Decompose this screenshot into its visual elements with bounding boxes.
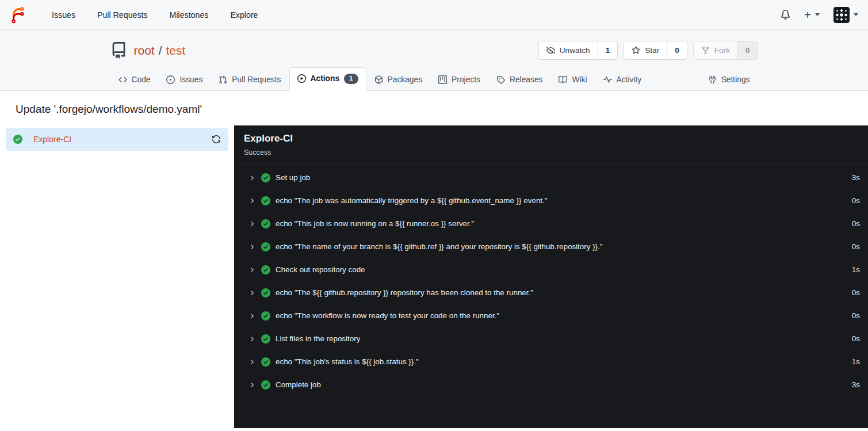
step-duration: 0s (845, 196, 860, 205)
job-status-text: Success (244, 148, 858, 157)
repo-owner-link[interactable]: root (134, 44, 155, 58)
tab-projects[interactable]: Projects (430, 69, 488, 91)
jobs-sidebar: Explore-CI (0, 125, 234, 428)
star-count[interactable]: 0 (667, 41, 687, 59)
tab-pull-requests-label: Pull Requests (232, 75, 281, 84)
tab-actions[interactable]: Actions 1 (289, 67, 366, 91)
step-row[interactable]: echo "The job was automatically triggere… (234, 189, 868, 212)
step-duration: 0s (845, 219, 860, 228)
step-row[interactable]: List files in the repository 0s (234, 327, 868, 350)
tab-wiki-label: Wiki (572, 75, 587, 84)
notifications-bell-icon[interactable] (781, 10, 790, 20)
chevron-right-icon[interactable] (248, 220, 255, 227)
job-item-explore-ci[interactable]: Explore-CI (6, 128, 228, 151)
step-duration: 1s (845, 265, 860, 274)
chevron-right-icon[interactable] (248, 358, 255, 365)
step-row[interactable]: echo "This job's status is ${{ job.statu… (234, 350, 868, 373)
fork-icon (701, 46, 710, 55)
tab-settings[interactable]: Settings (700, 69, 758, 91)
tab-issues-label: Issues (179, 75, 202, 84)
check-circle-icon (261, 288, 270, 297)
check-circle-icon (261, 380, 270, 390)
nav-link-milestones[interactable]: Milestones (159, 0, 220, 29)
step-row[interactable]: Set up job 3s (234, 166, 868, 189)
eye-slash-icon (546, 46, 555, 55)
run-title: Update '.forgejo/workflows/demo.yaml' (0, 91, 868, 125)
repo-separator: / (159, 44, 162, 58)
fork-label: Fork (714, 46, 730, 55)
actions-count-badge: 1 (344, 74, 358, 84)
chevron-right-icon[interactable] (248, 312, 255, 319)
chevron-right-icon[interactable] (248, 289, 255, 296)
chevron-right-icon[interactable] (248, 266, 255, 273)
nav-link-issues[interactable]: Issues (41, 0, 86, 29)
chevron-right-icon[interactable] (248, 243, 255, 250)
user-menu[interactable] (833, 7, 858, 23)
step-duration: 3s (845, 173, 860, 182)
run-main: Explore-CI Explore-CI Success Set up job… (0, 125, 868, 428)
step-name: echo "The job was automatically triggere… (276, 196, 548, 205)
check-circle-icon (13, 135, 22, 144)
tab-releases[interactable]: Releases (488, 69, 551, 91)
job-panel-header: Explore-CI Success (234, 125, 868, 163)
tab-issues[interactable]: Issues (158, 69, 211, 91)
step-name: Complete job (276, 380, 321, 389)
step-duration: 0s (845, 288, 860, 297)
unwatch-button[interactable]: Unwatch 1 (538, 41, 618, 60)
create-new-menu[interactable]: + (804, 9, 820, 21)
chevron-right-icon[interactable] (248, 197, 255, 204)
fork-button: Fork 0 (693, 41, 758, 60)
tab-wiki[interactable]: Wiki (550, 69, 595, 91)
forgejo-logo-icon[interactable] (10, 6, 26, 24)
watch-count[interactable]: 1 (598, 41, 618, 59)
tab-pull-requests[interactable]: Pull Requests (211, 69, 289, 91)
repo-tabs: Code Issues Pull Requests Actions 1 Pack… (110, 67, 758, 90)
star-label: Star (645, 46, 659, 55)
job-log-panel: Explore-CI Success Set up job 3s echo "T… (234, 125, 868, 428)
check-circle-icon (261, 173, 270, 182)
repo-name-link[interactable]: test (166, 44, 186, 58)
tab-packages[interactable]: Packages (366, 69, 431, 91)
avatar (833, 7, 850, 23)
step-duration: 0s (845, 334, 860, 343)
unwatch-label: Unwatch (560, 46, 590, 55)
step-duration: 3s (845, 380, 860, 389)
chevron-right-icon[interactable] (248, 382, 255, 388)
rerun-sync-icon[interactable] (212, 135, 221, 144)
step-name: echo "The name of your branch is ${{ git… (276, 242, 603, 251)
top-navbar: Issues Pull Requests Milestones Explore … (0, 0, 868, 30)
step-row[interactable]: Check out repository code 1s (234, 258, 868, 281)
plus-icon: + (804, 9, 811, 21)
step-name: Set up job (276, 173, 310, 182)
tab-activity[interactable]: Activity (595, 69, 650, 91)
chevron-right-icon[interactable] (248, 174, 255, 181)
chevron-right-icon[interactable] (248, 335, 255, 342)
chevron-down-icon (854, 13, 858, 16)
check-circle-icon (261, 219, 270, 228)
step-row[interactable]: echo "The name of your branch is ${{ git… (234, 235, 868, 258)
nav-link-explore[interactable]: Explore (219, 0, 269, 29)
chevron-down-icon (815, 13, 820, 16)
repo-book-icon (110, 42, 127, 59)
step-name: echo "This job's status is ${{ job.statu… (276, 357, 419, 366)
repo-breadcrumb: root / test (134, 44, 186, 58)
tab-code[interactable]: Code (110, 69, 159, 91)
job-name: Explore-CI (33, 135, 71, 144)
star-button[interactable]: Star 0 (624, 41, 687, 60)
step-name: Check out repository code (276, 265, 365, 274)
step-row[interactable]: echo "The ${{ github.repository }} repos… (234, 281, 868, 304)
tab-settings-label: Settings (721, 75, 750, 84)
check-circle-icon (261, 334, 270, 344)
step-name: echo "The ${{ github.repository }} repos… (276, 288, 533, 297)
tab-releases-label: Releases (510, 75, 543, 84)
steps-list: Set up job 3s echo "The job was automati… (234, 163, 868, 396)
fork-count: 0 (737, 41, 758, 59)
step-row[interactable]: Complete job 3s (234, 373, 868, 396)
tab-code-label: Code (132, 75, 151, 84)
nav-link-pull-requests[interactable]: Pull Requests (86, 0, 159, 29)
check-circle-icon (261, 357, 270, 367)
step-row[interactable]: echo "This job is now running on a ${{ r… (234, 212, 868, 235)
step-row[interactable]: echo "The workflow is now ready to test … (234, 304, 868, 327)
tab-packages-label: Packages (388, 75, 423, 84)
step-duration: 1s (845, 357, 860, 366)
